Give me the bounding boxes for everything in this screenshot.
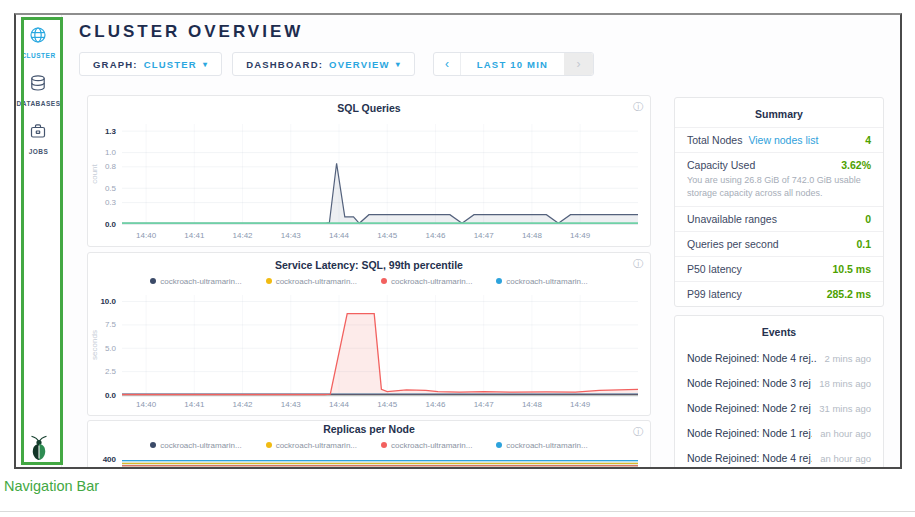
event-row[interactable]: Node Rejoined: Node 2 rej... 31 mins ago	[675, 395, 883, 420]
svg-text:14:43: 14:43	[281, 231, 302, 240]
event-time: 2 mins ago	[825, 353, 871, 364]
summary-row-qps: Queries per second 0.1	[675, 231, 883, 256]
chart-title: SQL Queries	[88, 96, 650, 114]
sql-queries-chart[interactable]: 1.31.00.80.50.30.014:4014:4114:4214:4314…	[88, 116, 648, 242]
legend-item[interactable]: cockroach-ultramarin...	[496, 277, 587, 286]
event-row[interactable]: Node Rejoined: Node 3 rej... 18 mins ago	[675, 370, 883, 395]
summary-value: 3.62%	[841, 159, 871, 171]
svg-text:14:43: 14:43	[281, 400, 302, 409]
svg-text:14:48: 14:48	[522, 400, 543, 409]
dashboard-dropdown[interactable]: DASHBOARD: OVERVIEW ▾	[232, 52, 415, 76]
graph-dropdown[interactable]: GRAPH: CLUSTER ▾	[79, 52, 222, 76]
summary-row-total-nodes: Total Nodes View nodes list 4	[675, 127, 883, 152]
event-text: Node Rejoined: Node 3 rej...	[687, 377, 811, 389]
legend-item[interactable]: cockroach-ultramarin...	[496, 441, 587, 450]
svg-text:count: count	[90, 163, 99, 183]
legend-item[interactable]: cockroach-ultramarin...	[266, 441, 357, 450]
chart-legend: cockroach-ultramarin...cockroach-ultrama…	[88, 439, 650, 451]
event-text: Node Rejoined: Node 2 rej...	[687, 402, 811, 414]
cluster-globe-icon	[29, 26, 47, 48]
svg-text:14:45: 14:45	[377, 231, 398, 240]
events-title: Events	[675, 316, 883, 345]
sidebar-item-databases[interactable]: DATABASES	[17, 74, 61, 107]
graph-dropdown-value: CLUSTER	[144, 59, 197, 70]
sidebar-label-databases: DATABASES	[17, 100, 61, 107]
chart-legend: cockroach-ultramarin...cockroach-ultrama…	[88, 275, 650, 287]
event-row[interactable]: Node Rejoined: Node 4 rej... an hour ago	[675, 445, 883, 469]
summary-label: Queries per second	[687, 238, 779, 250]
svg-text:14:44: 14:44	[329, 400, 350, 409]
event-time: an hour ago	[820, 453, 871, 464]
cockroachdb-logo-icon[interactable]	[16, 435, 61, 461]
replicas-per-node-chart-card: Replicas per Node ⓘ cockroach-ultramarin…	[87, 420, 651, 469]
svg-text:14:41: 14:41	[184, 231, 205, 240]
svg-text:14:40: 14:40	[136, 400, 157, 409]
navigation-sidebar: CLUSTER DATABASES JOBS	[16, 15, 62, 467]
briefcase-icon	[29, 122, 47, 144]
svg-text:0.5: 0.5	[105, 184, 117, 193]
svg-text:14:46: 14:46	[425, 231, 446, 240]
legend-dot-icon	[381, 442, 387, 448]
svg-text:14:42: 14:42	[233, 400, 254, 409]
svg-text:1.3: 1.3	[105, 127, 117, 136]
svg-text:0.3: 0.3	[105, 198, 117, 207]
summary-row-p50: P50 latency 10.5 ms	[675, 256, 883, 281]
svg-text:5.0: 5.0	[105, 344, 117, 353]
sidebar-item-cluster[interactable]: CLUSTER	[21, 26, 55, 59]
chart-title: Replicas per Node	[88, 421, 650, 435]
summary-row-p99: P99 latency 285.2 ms	[675, 281, 883, 306]
time-prev-button[interactable]: ‹	[434, 53, 461, 75]
event-time: an hour ago	[820, 428, 871, 439]
legend-dot-icon	[150, 442, 156, 448]
event-text: Node Rejoined: Node 4 rej...	[687, 452, 812, 464]
summary-value: 0	[865, 213, 871, 225]
summary-value: 10.5 ms	[832, 263, 871, 275]
dashboard-controls: GRAPH: CLUSTER ▾ DASHBOARD: OVERVIEW ▾ ‹…	[79, 52, 661, 76]
sidebar-item-jobs[interactable]: JOBS	[29, 122, 49, 155]
bottom-divider	[0, 511, 915, 512]
svg-text:2.5: 2.5	[105, 367, 117, 376]
svg-text:14:40: 14:40	[136, 231, 157, 240]
legend-dot-icon	[496, 278, 502, 284]
legend-item[interactable]: cockroach-ultramarin...	[150, 441, 241, 450]
legend-item[interactable]: cockroach-ultramarin...	[381, 277, 472, 286]
info-icon[interactable]: ⓘ	[633, 425, 643, 439]
summary-title: Summary	[675, 98, 883, 127]
svg-text:400: 400	[103, 455, 117, 464]
event-time: 18 mins ago	[819, 378, 871, 389]
view-nodes-list-link[interactable]: View nodes list	[748, 134, 818, 146]
svg-text:14:45: 14:45	[377, 400, 398, 409]
info-icon[interactable]: ⓘ	[633, 100, 643, 114]
summary-row-unavailable-ranges: Unavailable ranges 0	[675, 206, 883, 231]
legend-item[interactable]: cockroach-ultramarin...	[266, 277, 357, 286]
sql-queries-chart-card: SQL Queries ⓘ 1.31.00.80.50.30.014:4014:…	[87, 95, 651, 247]
event-row[interactable]: Node Rejoined: Node 4 rej... 2 mins ago	[675, 345, 883, 370]
svg-text:seconds: seconds	[90, 330, 99, 360]
annotation-caption: Navigation Bar	[4, 478, 99, 494]
service-latency-chart-card: Service Latency: SQL, 99th percentile ⓘ …	[87, 252, 651, 416]
event-text: Node Rejoined: Node 1 rej...	[687, 427, 812, 439]
right-panel: Summary Total Nodes View nodes list 4 Ca…	[674, 15, 884, 467]
svg-text:1.0: 1.0	[105, 148, 117, 157]
svg-text:0.8: 0.8	[105, 162, 117, 171]
summary-value: 4	[865, 134, 871, 146]
svg-text:14:46: 14:46	[425, 400, 446, 409]
time-range-label[interactable]: LAST 10 MIN	[461, 53, 564, 75]
svg-text:14:41: 14:41	[184, 400, 205, 409]
replicas-per-node-chart[interactable]: 40014:4014:4114:4214:4314:4414:4514:4614…	[88, 453, 648, 469]
legend-item[interactable]: cockroach-ultramarin...	[150, 277, 241, 286]
main-area: CLUSTER OVERVIEW GRAPH: CLUSTER ▾ DASHBO…	[62, 15, 900, 467]
app-window: CLUSTER DATABASES JOBS	[14, 13, 902, 469]
legend-dot-icon	[150, 278, 156, 284]
svg-text:10.0: 10.0	[100, 297, 116, 306]
event-row[interactable]: Node Rejoined: Node 1 rej... an hour ago	[675, 420, 883, 445]
legend-item[interactable]: cockroach-ultramarin...	[381, 441, 472, 450]
summary-card: Summary Total Nodes View nodes list 4 Ca…	[674, 97, 884, 307]
svg-text:14:48: 14:48	[522, 231, 543, 240]
dashboard-dropdown-value: OVERVIEW	[329, 59, 390, 70]
time-next-button-disabled: ›	[564, 53, 593, 75]
page-title: CLUSTER OVERVIEW	[79, 22, 661, 42]
service-latency-chart[interactable]: 10.07.55.02.50.014:4014:4114:4214:4314:4…	[88, 289, 648, 411]
chart-title: Service Latency: SQL, 99th percentile	[88, 253, 650, 271]
info-icon[interactable]: ⓘ	[633, 257, 643, 271]
